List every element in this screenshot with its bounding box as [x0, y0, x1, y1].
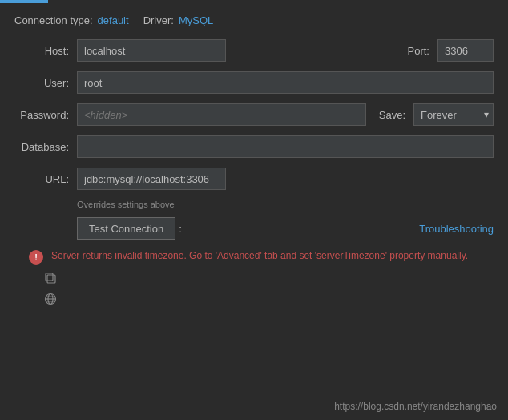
error-section: ! Server returns invalid timezone. Go to… — [29, 249, 494, 306]
url-label: URL: — [14, 173, 77, 185]
save-label: Save: — [379, 109, 405, 121]
test-connection-wrap: Test Connection : — [14, 217, 182, 240]
save-select-wrap: Forever Until restart Never — [413, 103, 494, 126]
driver-value: MySQL — [179, 14, 213, 26]
password-input[interactable] — [77, 103, 366, 126]
host-input[interactable] — [77, 39, 226, 62]
password-row: Password: Save: Forever Until restart Ne… — [14, 103, 494, 126]
bottom-url: https://blog.csdn.net/yirandezhanghao — [334, 401, 497, 412]
copy-icon — [44, 272, 57, 285]
error-icon: ! — [29, 250, 43, 265]
database-row: Database: — [14, 135, 494, 158]
connection-type-value: default — [98, 14, 129, 26]
separator: : — [179, 223, 182, 235]
port-label: Port: — [408, 45, 429, 57]
user-row: User: — [14, 71, 494, 94]
user-input[interactable] — [77, 71, 494, 94]
error-icon-symbol: ! — [34, 252, 38, 262]
connection-type-row: Connection type: default Driver: MySQL — [14, 14, 494, 26]
svg-rect-1 — [46, 273, 53, 281]
host-row: Host: Port: — [14, 39, 494, 62]
password-label: Password: — [14, 109, 77, 121]
host-input-wrap — [77, 39, 395, 62]
globe-icon-item[interactable] — [43, 292, 58, 306]
port-wrap: Port: — [408, 39, 494, 62]
error-row: ! Server returns invalid timezone. Go to… — [29, 249, 494, 265]
url-row: URL: — [14, 168, 494, 190]
url-hint: Overrides settings above — [77, 200, 494, 209]
copy-icon-item[interactable] — [43, 271, 58, 285]
save-select[interactable]: Forever Until restart Never — [413, 103, 494, 126]
test-connection-button[interactable]: Test Connection — [77, 217, 175, 240]
error-message: Server returns invalid timezone. Go to '… — [51, 249, 494, 263]
save-wrap: Save: Forever Until restart Never — [379, 103, 494, 126]
database-label: Database: — [14, 141, 77, 153]
url-input-wrap — [77, 168, 494, 190]
driver-label: Driver: — [143, 14, 174, 26]
icon-row — [43, 271, 494, 306]
url-input[interactable] — [77, 168, 226, 190]
port-input[interactable] — [437, 39, 494, 62]
host-label: Host: — [14, 45, 77, 57]
database-input[interactable] — [77, 135, 494, 158]
globe-icon — [44, 293, 57, 305]
user-label: User: — [14, 77, 77, 89]
connection-type-label: Connection type: — [14, 14, 93, 26]
troubleshooting-link[interactable]: Troubleshooting — [419, 223, 494, 235]
actions-row: Test Connection : Troubleshooting — [14, 217, 494, 240]
svg-rect-0 — [47, 275, 55, 283]
main-container: Connection type: default Driver: MySQL H… — [0, 3, 508, 317]
